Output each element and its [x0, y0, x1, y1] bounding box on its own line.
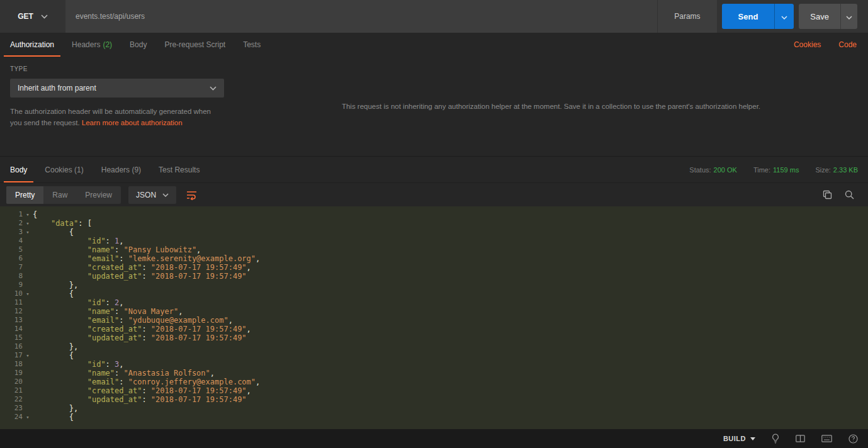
- line-number: 23: [0, 404, 23, 413]
- response-tab-cookies[interactable]: Cookies (1): [36, 157, 92, 182]
- status-badge: Status:200 OK: [689, 166, 737, 174]
- size-value: 2.33 KB: [833, 166, 858, 174]
- tab-label: Authorization: [10, 40, 54, 49]
- line-number: 14: [0, 325, 23, 333]
- line-number: 5: [0, 245, 23, 254]
- code-lines: 1▾{2▾ "data": [3▾ {4 "id": 1,5 "name": "…: [0, 210, 868, 422]
- line-content: },: [33, 281, 78, 289]
- code-line: 20 "email": "conroy.jeffery@example.com"…: [0, 378, 868, 386]
- code-line: 13 "email": "ydubuque@example.com",: [0, 316, 868, 325]
- code-line: 10▾ {: [0, 289, 868, 298]
- view-preview-button[interactable]: Preview: [76, 186, 121, 204]
- code-line: 3▾ {: [0, 228, 868, 237]
- response-tab-headers[interactable]: Headers (9): [93, 157, 150, 182]
- fold-spacer: [23, 254, 33, 263]
- tips-button[interactable]: [772, 434, 779, 444]
- learn-more-link[interactable]: Learn more about authorization: [82, 119, 183, 126]
- search-button[interactable]: [845, 190, 854, 199]
- fold-toggle-icon[interactable]: ▾: [23, 413, 33, 422]
- authorization-left-pane: TYPE Inherit auth from parent The author…: [0, 57, 234, 156]
- shortcuts-button[interactable]: [821, 435, 832, 442]
- layout-button[interactable]: [796, 435, 805, 442]
- copy-button[interactable]: [823, 190, 832, 199]
- size-badge: Size:2.33 KB: [815, 166, 858, 174]
- auth-type-label: TYPE: [10, 65, 224, 72]
- time-value: 1159 ms: [773, 166, 799, 174]
- wrap-text-button[interactable]: [184, 188, 200, 203]
- line-number: 2: [0, 219, 23, 228]
- fold-spacer: [23, 342, 33, 351]
- help-button[interactable]: [848, 434, 858, 444]
- line-number: 8: [0, 272, 23, 281]
- tab-authorization[interactable]: Authorization: [1, 33, 63, 57]
- fold-spacer: [23, 378, 33, 386]
- save-options-button[interactable]: [840, 4, 857, 29]
- save-split-button: Save: [799, 4, 857, 29]
- auth-type-select[interactable]: Inherit auth from parent: [10, 79, 224, 98]
- code-line: 11 "id": 2,: [0, 298, 868, 307]
- line-content: "updated_at": "2018-07-17 19:57:49": [33, 333, 247, 342]
- chevron-down-icon: [210, 86, 217, 91]
- code-line: 12 "name": "Nova Mayer",: [0, 307, 868, 316]
- fold-spacer: [23, 307, 33, 316]
- line-number: 13: [0, 316, 23, 325]
- code-line: 18 "id": 3,: [0, 360, 868, 369]
- fold-toggle-icon[interactable]: ▾: [23, 351, 33, 360]
- copy-icon: [823, 190, 832, 199]
- send-options-button[interactable]: [774, 4, 794, 29]
- code-line: 1▾{: [0, 210, 868, 219]
- line-content: "id": 3,: [33, 360, 124, 369]
- fold-toggle-icon[interactable]: ▾: [23, 289, 33, 298]
- send-split-button: Send: [722, 4, 794, 29]
- fold-toggle-icon[interactable]: ▾: [23, 210, 33, 219]
- caret-down-icon: [750, 437, 755, 440]
- url-field[interactable]: [65, 0, 657, 33]
- format-select[interactable]: JSON: [128, 186, 176, 204]
- lightbulb-icon: [772, 434, 779, 444]
- status-label: Status:: [689, 166, 711, 174]
- tab-body[interactable]: Body: [121, 33, 155, 57]
- send-button[interactable]: Send: [722, 4, 775, 29]
- fold-spacer: [23, 369, 33, 378]
- code-line: 9 },: [0, 281, 868, 289]
- tab-headers[interactable]: Headers (2): [63, 33, 121, 57]
- line-number: 3: [0, 228, 23, 237]
- build-toggle[interactable]: BUILD: [723, 435, 755, 442]
- fold-spacer: [23, 386, 33, 395]
- line-number: 16: [0, 342, 23, 351]
- view-raw-button[interactable]: Raw: [43, 186, 76, 204]
- code-link[interactable]: Code: [838, 40, 857, 49]
- tab-tests[interactable]: Tests: [234, 33, 269, 57]
- line-number: 20: [0, 378, 23, 386]
- response-body-viewer[interactable]: 1▾{2▾ "data": [3▾ {4 "id": 1,5 "name": "…: [0, 206, 868, 429]
- code-line: 5 "name": "Pansy Lubowitz",: [0, 245, 868, 254]
- cookies-link[interactable]: Cookies: [794, 40, 821, 49]
- response-tab-test-results[interactable]: Test Results: [150, 157, 208, 182]
- response-tab-body[interactable]: Body: [1, 157, 36, 182]
- authorization-panel: TYPE Inherit auth from parent The author…: [0, 57, 868, 156]
- line-content: {: [33, 351, 74, 360]
- code-line: 14 "created_at": "2018-07-17 19:57:49",: [0, 325, 868, 333]
- fold-toggle-icon[interactable]: ▾: [23, 228, 33, 237]
- line-number: 11: [0, 298, 23, 307]
- tab-pre-request-script[interactable]: Pre-request Script: [155, 33, 234, 57]
- fold-spacer: [23, 316, 33, 325]
- request-tab-links: Cookies Code: [794, 33, 868, 57]
- params-button[interactable]: Params: [657, 0, 716, 33]
- fold-spacer: [23, 325, 33, 333]
- line-content: },: [33, 342, 78, 351]
- code-line: 4 "id": 1,: [0, 237, 868, 245]
- toolbar-right: [823, 190, 862, 199]
- url-input[interactable]: [76, 12, 647, 21]
- line-number: 1: [0, 210, 23, 219]
- code-line: 21 "created_at": "2018-07-17 19:57:49",: [0, 386, 868, 395]
- auth-type-value: Inherit auth from parent: [18, 84, 96, 92]
- line-number: 10: [0, 289, 23, 298]
- fold-toggle-icon[interactable]: ▾: [23, 219, 33, 228]
- view-pretty-button[interactable]: Pretty: [6, 186, 43, 204]
- line-number: 6: [0, 254, 23, 263]
- method-select[interactable]: GET: [0, 0, 65, 33]
- fold-spacer: [23, 333, 33, 342]
- save-button[interactable]: Save: [799, 4, 840, 29]
- line-content: "name": "Nova Mayer",: [33, 307, 183, 316]
